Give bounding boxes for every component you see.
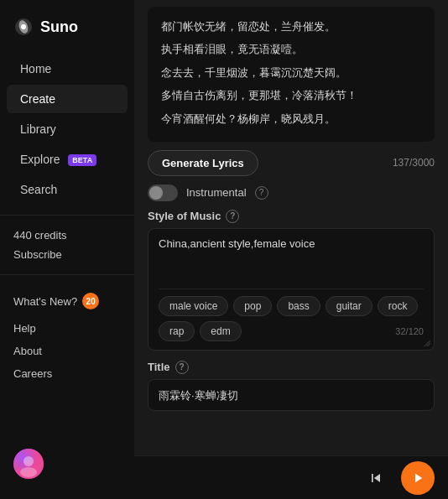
instrumental-toggle[interactable]	[148, 185, 178, 201]
sidebar-divider-2	[0, 274, 134, 275]
tag-bass[interactable]: bass	[277, 296, 320, 316]
lyric-line-4: 多情自古伤离别，更那堪，冷落清秋节！	[161, 86, 421, 105]
nav-help[interactable]: Help	[0, 317, 134, 340]
content-scroll[interactable]: 都门帐饮无绪，留恋处，兰舟催发。 执手相看泪眼，竟无语凝噎。 念去去，千里烟波，…	[134, 0, 448, 455]
generate-lyrics-row: Generate Lyrics 137/3000	[148, 150, 435, 176]
nav-about[interactable]: About	[0, 340, 134, 362]
style-music-box: China,ancient style,female voice male vo…	[148, 228, 435, 351]
instrumental-help-icon[interactable]: ?	[255, 186, 268, 200]
title-input-box	[148, 379, 435, 412]
lyric-line-3: 念去去，千里烟波，暮霭沉沉楚天阔。	[161, 63, 421, 82]
lyric-line-5: 今宵酒醒何处？杨柳岸，晓风残月。	[161, 109, 421, 128]
lyric-line-1: 都门帐饮无绪，留恋处，兰舟催发。	[161, 17, 421, 36]
nav-careers[interactable]: Careers	[0, 362, 134, 385]
title-section-label: Title ?	[148, 361, 435, 374]
suno-logo-icon	[13, 17, 34, 37]
nav-explore[interactable]: Explore BETA	[7, 145, 128, 174]
lyrics-editor[interactable]: 都门帐饮无绪，留恋处，兰舟催发。 执手相看泪眼，竟无语凝噎。 念去去，千里烟波，…	[148, 7, 435, 142]
whats-new-label: What's New?	[13, 295, 77, 308]
skip-back-button[interactable]	[361, 463, 391, 493]
skip-back-icon	[367, 470, 384, 486]
sidebar: Suno Home Create Library Explore BETA Se…	[0, 0, 134, 499]
sidebar-divider-1	[0, 215, 134, 216]
nav-create[interactable]: Create	[7, 85, 128, 113]
svg-point-2	[21, 24, 26, 29]
tag-guitar[interactable]: guitar	[326, 296, 372, 316]
whats-new-item[interactable]: What's New? 20	[0, 285, 134, 317]
title-input[interactable]	[159, 389, 424, 402]
title-help-icon[interactable]: ?	[175, 361, 189, 374]
style-music-input[interactable]: China,ancient style,female voice	[159, 237, 424, 279]
play-button[interactable]	[401, 461, 435, 495]
style-section-label: Style of Music ?	[148, 210, 435, 223]
tag-rap[interactable]: rap	[159, 321, 195, 341]
credits-display[interactable]: 440 credits	[13, 229, 121, 242]
notification-badge: 20	[82, 293, 99, 309]
style-tags-row: male voice pop bass guitar rock rap edm …	[159, 288, 424, 341]
logo[interactable]: Suno	[0, 10, 134, 54]
subscribe-button[interactable]: Subscribe	[0, 245, 134, 264]
toggle-knob	[149, 186, 163, 200]
svg-point-4	[23, 456, 34, 466]
tag-edm[interactable]: edm	[200, 321, 241, 341]
beta-badge: BETA	[68, 154, 96, 166]
style-help-icon[interactable]: ?	[226, 210, 239, 223]
player-bar	[134, 455, 448, 499]
main-content: 都门帐饮无绪，留恋处，兰舟催发。 执手相看泪眼，竟无语凝噎。 念去去，千里烟波，…	[134, 0, 448, 499]
style-char-count: 32/120	[395, 326, 424, 336]
svg-point-5	[20, 467, 37, 477]
lyrics-char-count: 137/3000	[393, 157, 435, 169]
resize-handle-icon	[422, 338, 430, 346]
generate-lyrics-button[interactable]: Generate Lyrics	[148, 150, 258, 176]
tag-pop[interactable]: pop	[233, 296, 272, 316]
play-icon	[410, 470, 425, 486]
tag-male-voice[interactable]: male voice	[159, 296, 228, 316]
avatar[interactable]	[13, 449, 44, 479]
nav-search[interactable]: Search	[7, 175, 128, 204]
instrumental-label: Instrumental	[186, 186, 247, 199]
tag-rock[interactable]: rock	[378, 296, 419, 316]
instrumental-row: Instrumental ?	[148, 185, 435, 201]
nav-library[interactable]: Library	[7, 115, 128, 143]
lyric-line-2: 执手相看泪眼，竟无语凝噎。	[161, 39, 421, 59]
app-name: Suno	[40, 18, 78, 36]
avatar-image	[13, 449, 44, 479]
nav-home[interactable]: Home	[7, 55, 128, 83]
